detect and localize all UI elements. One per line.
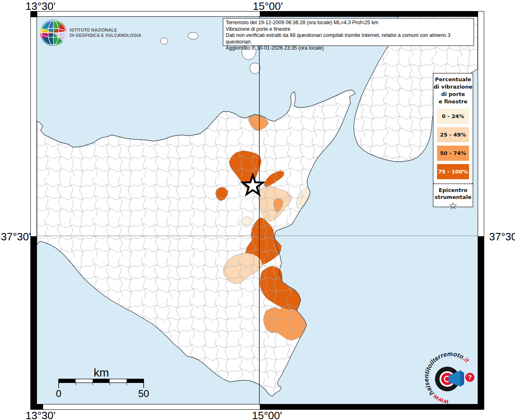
axis-label-bottom-center: 15°00': [252, 409, 282, 420]
map-frame-outline: [30, 11, 484, 410]
legend-swatch-25-49: 25 - 49%: [437, 127, 469, 142]
legend-swatch-0-24: 0 - 24%: [437, 109, 469, 124]
legend-swatch-75-100: 75 - 100%: [437, 164, 469, 179]
axis-label-bottom-left: 13°30': [25, 409, 55, 420]
question-badge: ?: [465, 373, 474, 382]
axis-label-left: 37°30': [1, 231, 31, 243]
legend-divider: [433, 183, 473, 184]
info-line-updated: Aggiornato il: 10-01-2026 23:35 (ora loc…: [226, 45, 471, 52]
map-frame-left: [30, 11, 37, 410]
legend-panel: Percentuale di vibrazione di porte e fin…: [433, 73, 473, 207]
legend-title: Percentuale di vibrazione di porte e fin…: [433, 76, 473, 105]
info-line-source: Dati non verificati estratti da 68 quest…: [226, 32, 471, 45]
info-line-event: Terremoto del 19-12-2009 06:36:28 (ora l…: [226, 20, 471, 26]
legend-epicenter-label: Epicentro strumentale: [433, 187, 473, 201]
ingv-logo: ISTITUTO NAZIONALE DI GEOFISICA E VULCAN…: [40, 20, 141, 46]
haisentitoilterremoto-logo: ? www.haisentitoilterremoto.it: [420, 347, 481, 409]
ingv-name-line1: ISTITUTO NAZIONALE: [70, 27, 141, 33]
legend-swatch-50-74: 50 - 74%: [437, 146, 469, 161]
ingv-globe-icon: [40, 20, 66, 46]
map-frame-bottom: [30, 404, 484, 410]
axis-label-right: 37°30': [489, 231, 515, 243]
question-mark: ?: [468, 374, 472, 381]
ingv-logo-text: ISTITUTO NAZIONALE DI GEOFISICA E VULCAN…: [70, 27, 141, 38]
ingv-name-line2: DI GEOFISICA E VULCANOLOGIA: [70, 33, 141, 38]
map-frame-top: [30, 11, 484, 17]
earthquake-info-box: Terremoto del 19-12-2009 06:36:28 (ora l…: [223, 18, 474, 46]
macroseismic-map-page: 13°30' 15°00' 13°30' 15°00' 37°30' 37°30…: [0, 0, 515, 420]
epicenter-star-icon: ☆: [433, 201, 473, 211]
info-line-effect: Vibrazione di porte e finestre: [226, 26, 471, 33]
